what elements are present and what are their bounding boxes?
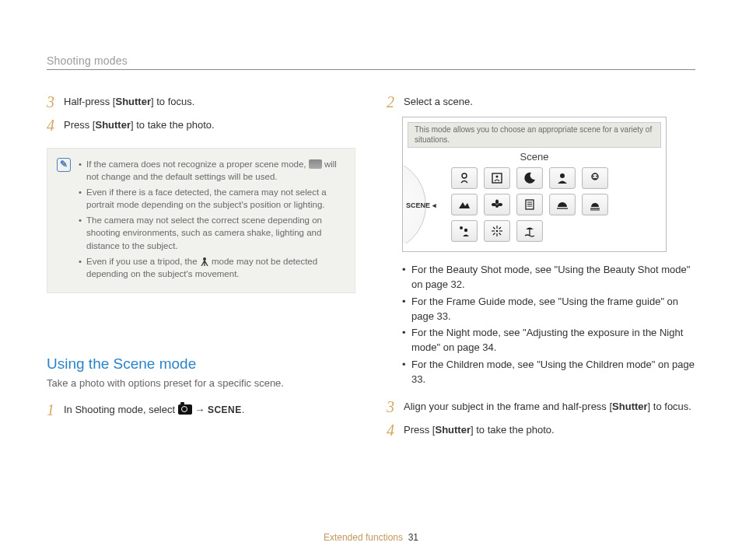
step-4-post: ] to take the photo. (131, 119, 215, 131)
page-number: 31 (408, 532, 418, 543)
smart-icon (309, 159, 322, 169)
step-3r-number: 3 (387, 398, 397, 415)
step-3-bold: Shutter (115, 96, 151, 107)
left-column: 3 Half-press [Shutter] to focus. 4 Press… (47, 93, 355, 445)
note-item-4: Even if you use a tripod, the mode may n… (79, 255, 344, 280)
step-4-bold: Shutter (95, 119, 131, 131)
step-1c: . (242, 404, 245, 415)
step-3r-text: Align your subject in the frame and half… (404, 398, 691, 415)
grid-row-3 (451, 220, 608, 242)
step-1-arrow: → (192, 404, 208, 415)
note-icon (57, 158, 71, 172)
step-1-text: In Shooting mode, select → SCENE. (64, 401, 244, 418)
dial-label: SCENE (406, 201, 436, 209)
svg-point-9 (495, 200, 499, 205)
step-4r-bold: Shutter (435, 424, 471, 436)
scene-box-title: Scene (403, 151, 666, 163)
section-subtitle: Take a photo with options preset for a s… (47, 377, 355, 389)
beauty-shot-icon (451, 167, 478, 189)
reference-list: For the Beauty Shot mode, see "Using the… (402, 263, 695, 387)
dial-and-grid: SCENE (403, 166, 666, 243)
camera-icon (178, 404, 192, 415)
step-2: 2 Select a scene. (387, 93, 695, 110)
note-item-1: If the camera does not recognize a prope… (79, 158, 344, 183)
ref-item: For the Frame Guide mode, see "Using the… (402, 295, 695, 324)
step-1a: In Shooting mode, select (64, 404, 178, 415)
step-3: 3 Half-press [Shutter] to focus. (47, 93, 355, 110)
svg-rect-2 (492, 173, 502, 183)
svg-line-28 (493, 233, 495, 236)
step-4r-number: 4 (387, 422, 397, 439)
svg-line-25 (493, 227, 495, 229)
svg-point-7 (596, 176, 597, 177)
step-4r-pre: Press [ (404, 424, 435, 436)
ref-item: For the Children mode, see "Using the Ch… (402, 358, 695, 387)
note-item-2: Even if there is a face detected, the ca… (79, 186, 344, 211)
step-4r-text: Press [Shutter] to take the photo. (404, 422, 555, 438)
text-icon (516, 194, 543, 215)
step-4-number: 4 (47, 117, 58, 134)
ref-item: For the Night mode, see "Adjusting the e… (402, 326, 695, 355)
right-column: 2 Select a scene. This mode allows you t… (387, 93, 695, 445)
note-4a: Even if you use a tripod, the (86, 257, 200, 266)
mode-dial: SCENE (403, 166, 440, 243)
step-4-text: Press [Shutter] to take the photo. (64, 117, 215, 133)
note-2a: Even if there is a face detected, the ca… (86, 187, 327, 209)
note-item-3: The camera may not select the correct sc… (79, 214, 344, 251)
step-4: 4 Press [Shutter] to take the photo. (47, 117, 355, 134)
beach-snow-icon (516, 220, 543, 242)
step-3-number: 3 (47, 93, 58, 110)
grid-row-1 (451, 167, 608, 189)
svg-point-20 (464, 229, 467, 232)
scene-word-icon: SCENE (208, 404, 242, 415)
footer-label: Extended functions (324, 532, 403, 543)
two-column-layout: 3 Half-press [Shutter] to focus. 4 Press… (47, 93, 695, 445)
step-3-right: 3 Align your subject in the frame and ha… (387, 398, 695, 415)
note-list: If the camera does not recognize a prope… (79, 158, 344, 283)
scene-caption: This mode allows you to choose an approp… (408, 122, 661, 148)
step-4-right: 4 Press [Shutter] to take the photo. (387, 422, 695, 439)
step-4-pre: Press [ (64, 119, 95, 131)
step-2-text: Select a scene. (404, 93, 473, 110)
ref-item: For the Beauty Shot mode, see "Using the… (402, 263, 695, 292)
children-icon (582, 167, 608, 189)
sunset-icon (549, 194, 576, 215)
svg-point-6 (593, 176, 594, 177)
step-4r-post: ] to take the photo. (471, 424, 555, 436)
note-3a: The camera may not select the correct sc… (86, 215, 322, 250)
backlight-icon (451, 220, 478, 242)
step-3-post: ] to focus. (151, 96, 194, 107)
page-header: Shooting modes (47, 54, 695, 70)
frame-guide-icon (484, 167, 510, 189)
step-3r-post: ] to focus. (648, 401, 691, 412)
note-1a: If the camera does not recognize a prope… (86, 159, 309, 169)
scene-selection-box: This mode allows you to choose an approp… (402, 117, 667, 252)
svg-point-10 (492, 203, 496, 206)
svg-point-3 (495, 175, 498, 177)
svg-line-27 (499, 227, 502, 229)
portrait-icon (549, 167, 576, 189)
step-1-number: 1 (47, 401, 58, 418)
step-2-number: 2 (387, 93, 397, 110)
svg-point-19 (460, 226, 463, 229)
dawn-icon (582, 194, 608, 215)
footer: Extended functions 31 (0, 532, 742, 543)
step-3r-bold: Shutter (612, 401, 648, 412)
section-title: Using the Scene mode (47, 355, 355, 373)
step-1: 1 In Shooting mode, select → SCENE. (47, 401, 355, 418)
step-3-text: Half-press [Shutter] to focus. (64, 93, 194, 110)
svg-point-1 (462, 173, 467, 178)
night-icon (516, 167, 543, 189)
svg-point-29 (496, 230, 499, 233)
svg-point-4 (560, 173, 565, 178)
step-3-pre: Half-press [ (64, 96, 115, 107)
svg-point-11 (498, 203, 502, 206)
svg-line-26 (499, 233, 502, 236)
svg-point-0 (203, 257, 206, 261)
step-3r-pre: Align your subject in the frame and half… (404, 401, 612, 412)
landscape-icon (451, 194, 478, 215)
fireworks-icon (484, 220, 510, 242)
scene-tiles-grid (440, 167, 608, 242)
note-box: If the camera does not recognize a prope… (47, 148, 355, 293)
tripod-icon (200, 257, 209, 266)
